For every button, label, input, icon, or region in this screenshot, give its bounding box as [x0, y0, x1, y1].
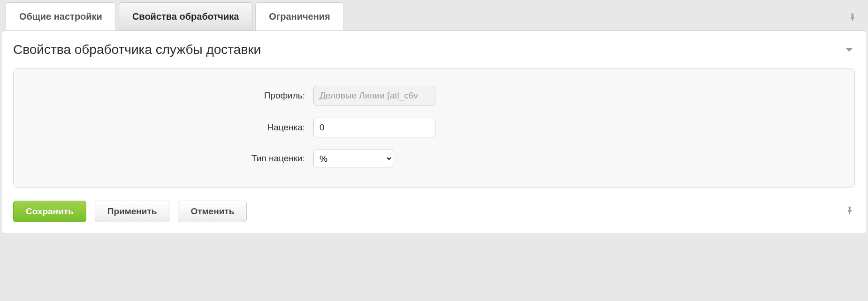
save-button-label: Сохранить [26, 206, 74, 217]
pin-icon[interactable] [847, 11, 857, 23]
tabs-bar: Общие настройки Свойства обработчика Огр… [0, 0, 868, 30]
tab-general-settings[interactable]: Общие настройки [6, 2, 116, 30]
content-panel: Свойства обработчика службы доставки Про… [2, 30, 866, 234]
tab-handler-properties[interactable]: Свойства обработчика [119, 2, 252, 30]
field-row-markup: Наценка: [25, 118, 843, 137]
buttons-row: Сохранить Применить Отменить [13, 201, 855, 228]
tabs: Общие настройки Свойства обработчика Огр… [6, 0, 862, 30]
collapse-icon[interactable] [844, 44, 855, 55]
field-row-markup-type: Тип наценки: % [25, 150, 843, 167]
profile-label: Профиль: [25, 90, 313, 101]
markup-control [313, 118, 435, 137]
apply-button[interactable]: Применить [95, 201, 170, 222]
tab-label: Общие настройки [19, 11, 102, 22]
markup-input[interactable] [313, 118, 435, 137]
cancel-button-label: Отменить [190, 206, 234, 217]
pin-icon[interactable] [845, 204, 854, 217]
cancel-button[interactable]: Отменить [178, 201, 247, 222]
apply-button-label: Применить [107, 206, 157, 217]
panel-title: Свойства обработчика службы доставки [13, 42, 261, 57]
panel-header: Свойства обработчика службы доставки [13, 42, 855, 57]
profile-control [313, 86, 435, 105]
markup-label: Наценка: [25, 122, 313, 133]
field-row-profile: Профиль: [25, 86, 843, 105]
profile-input [313, 86, 435, 105]
tab-label: Свойства обработчика [132, 11, 239, 22]
markup-type-control: % [313, 150, 393, 167]
page: Общие настройки Свойства обработчика Огр… [0, 0, 868, 234]
tab-restrictions[interactable]: Ограничения [255, 2, 343, 30]
markup-type-select[interactable]: % [313, 150, 393, 167]
fields-box: Профиль: Наценка: Тип наценки: % [13, 68, 855, 188]
save-button[interactable]: Сохранить [13, 201, 86, 222]
markup-type-label: Тип наценки: [25, 153, 313, 164]
tab-label: Ограничения [269, 11, 330, 22]
